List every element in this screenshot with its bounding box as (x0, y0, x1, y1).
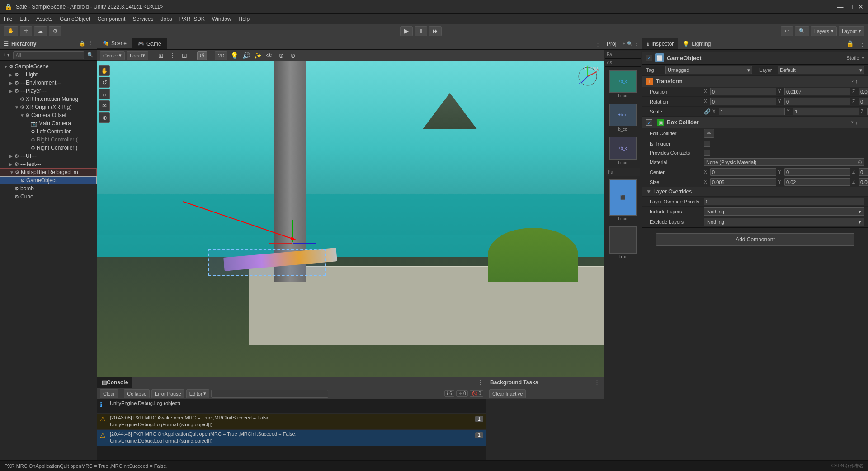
fps-tool-btn[interactable]: 👁 (99, 100, 110, 111)
console-editor-btn[interactable]: Editor ▾ (186, 389, 209, 398)
hierarchy-item-right-controller1[interactable]: ⚙ Right Controller ( (0, 136, 97, 144)
layer-overrides-header[interactable]: ▼ Layer Overrides (642, 187, 868, 197)
local-global-dropdown[interactable]: Local ▾ (127, 51, 148, 60)
play-button[interactable]: ▶ (400, 26, 413, 36)
align-btn[interactable]: ⊡ (179, 51, 189, 60)
proj-add-icon[interactable]: + (623, 41, 625, 46)
collider-active-checkbox[interactable] (646, 119, 652, 126)
audio-toggle[interactable]: 🔊 (241, 51, 251, 60)
orbit-tool-btn[interactable]: ↺ (99, 77, 110, 88)
extra-tool-btn[interactable]: ⊕ (99, 112, 110, 123)
search-scene-btn[interactable]: ⊙ (288, 51, 298, 60)
step-button[interactable]: ⏭ (429, 26, 442, 36)
asset-item-0[interactable]: +b_c b_co (607, 69, 638, 99)
material-select-icon[interactable]: ⊙ (858, 159, 862, 165)
menu-jobs[interactable]: Jobs (160, 16, 172, 22)
hierarchy-item-bomb[interactable]: ⚙ bomb (0, 184, 97, 193)
include-layers-dropdown[interactable]: Nothing ▾ (704, 207, 864, 216)
hierarchy-item-cube[interactable]: ⚙ Cube (0, 193, 97, 201)
tab-console[interactable]: ▤ Console (97, 377, 132, 388)
rot-y-input[interactable] (784, 98, 850, 105)
hierarchy-search-input[interactable] (13, 51, 84, 59)
hierarchy-item-right-controller2[interactable]: ⚙ Right Controller ( (0, 144, 97, 152)
toolbar-cloud-btn[interactable]: ☁ (34, 26, 47, 36)
console-clear-btn[interactable]: Clear (100, 389, 118, 398)
collider-menu-btn[interactable]: ⋮ (859, 120, 864, 126)
occlusion-toggle[interactable]: 👁 (264, 51, 274, 60)
collider-preset-btn[interactable]: ↕ (855, 120, 858, 126)
console-entry-1[interactable]: ⚠ [20:43:08] PXR MRC Awake openMRC = Tru… (97, 414, 486, 430)
sz-x-input[interactable] (710, 178, 776, 186)
inspector-lock-icon[interactable]: 🔒 (844, 38, 857, 49)
hierarchy-add-btn[interactable]: + ▾ (2, 52, 11, 58)
hierarchy-item-gameobject[interactable]: ⚙ GameObject (0, 176, 97, 184)
menu-assets[interactable]: Assets (36, 16, 52, 22)
scale-link-icon[interactable]: 🔗 (704, 108, 711, 115)
sz-z-input[interactable] (859, 178, 868, 186)
exclude-layers-dropdown[interactable]: Nothing ▾ (704, 218, 864, 226)
rotate-btn[interactable]: ↺ (197, 51, 207, 60)
rot-z-input[interactable] (859, 98, 868, 105)
menu-services[interactable]: Services (132, 16, 153, 22)
menu-file[interactable]: File (4, 16, 12, 22)
maximize-btn[interactable]: □ (849, 3, 853, 10)
hierarchy-item-main-camera[interactable]: 📷 Main Camera (0, 119, 97, 127)
hierarchy-item-test[interactable]: ▶ ⚙ ---Test--- (0, 160, 97, 168)
transform-preset-btn[interactable]: ↕ (855, 79, 858, 85)
menu-pxr-sdk[interactable]: PXR_SDK (179, 16, 205, 22)
console-menu-icon[interactable]: ⋮ (475, 377, 486, 388)
tab-scene[interactable]: 🎭 Scene (97, 38, 132, 49)
console-entry-2[interactable]: ⚠ [20:44:46] PXR MRC OnApplicationQuit o… (97, 430, 486, 446)
pos-y-input[interactable] (784, 88, 850, 95)
tab-game[interactable]: 🎮 Game (132, 38, 167, 49)
menu-gameobject[interactable]: GameObject (60, 16, 90, 22)
hierarchy-item-left-controller[interactable]: ⚙ Left Controller (0, 127, 97, 136)
hierarchy-item-xr-origin[interactable]: ▼ ⚙ XR Origin (XR Rig) (0, 103, 97, 111)
asset-item-4[interactable]: b_c (607, 226, 638, 260)
undo-btn[interactable]: ↩ (781, 26, 793, 36)
scene-view[interactable]: ✋ ↺ ⌕ 👁 ⊕ Persp X Y Z (97, 61, 604, 377)
ctr-x-input[interactable] (710, 168, 776, 176)
ctr-z-input[interactable] (859, 168, 868, 176)
search-btn[interactable]: 🔍 (795, 26, 809, 36)
add-component-button[interactable]: Add Component (656, 233, 854, 246)
tag-dropdown[interactable]: Untagged ▾ (665, 66, 752, 74)
proj-search-icon[interactable]: 🔍 (627, 41, 632, 46)
clear-inactive-btn[interactable]: Clear Inactive (489, 389, 526, 398)
toolbar-move-btn[interactable]: ✛ (20, 26, 32, 36)
hierarchy-search-btn[interactable]: 🔍 (86, 52, 95, 58)
scl-x-input[interactable] (719, 108, 785, 115)
hierarchy-item-samplescene[interactable]: ▼ ⚙ SampleScene (0, 62, 97, 71)
edit-collider-btn[interactable]: ✏ (704, 129, 714, 138)
menu-help[interactable]: Help (239, 16, 250, 22)
is-trigger-checkbox[interactable] (704, 141, 710, 147)
hierarchy-menu-icon[interactable]: ⋮ (88, 41, 93, 47)
hierarchy-item-camera-offset[interactable]: ▼ ⚙ Camera Offset (0, 111, 97, 119)
menu-edit[interactable]: Edit (19, 16, 29, 22)
close-btn[interactable]: ✕ (858, 3, 863, 10)
console-collapse-btn[interactable]: Collapse (124, 389, 150, 398)
hierarchy-item-ui[interactable]: ▶ ⚙ ---UI--- (0, 152, 97, 160)
title-bar-controls[interactable]: — □ ✕ (837, 3, 863, 10)
asset-item-1[interactable]: +b_c b_co (607, 103, 638, 132)
inspector-menu-icon[interactable]: ⋮ (857, 38, 868, 49)
toolbar-transform-btn[interactable]: ✋ (4, 26, 18, 36)
center-pivot-dropdown[interactable]: Center ▾ (100, 51, 125, 60)
hierarchy-item-mistsplitter[interactable]: ▼ ⚙ Mistsplitter Reforged_m (0, 168, 97, 176)
layers-dropdown[interactable]: Layers ▾ (811, 26, 837, 36)
console-search-input[interactable] (211, 390, 328, 398)
console-error-pause-btn[interactable]: Error Pause (151, 389, 184, 398)
box-collider-header[interactable]: ▣ Box Collider ? ↕ ⋮ (642, 117, 868, 128)
toolbar-settings-btn[interactable]: ⚙ (49, 26, 61, 36)
gizmos-btn[interactable]: ⊕ (276, 51, 286, 60)
sz-y-input[interactable] (784, 178, 850, 186)
hierarchy-item-player[interactable]: ▶ ⚙ ---Player--- (0, 87, 97, 95)
minimize-btn[interactable]: — (837, 3, 844, 10)
provides-contacts-checkbox[interactable] (704, 150, 710, 156)
rot-x-input[interactable] (710, 98, 776, 105)
2d-toggle[interactable]: 2D (215, 51, 227, 60)
scl-y-input[interactable] (793, 108, 859, 115)
effects-toggle[interactable]: ✨ (253, 51, 263, 60)
asset-item-3[interactable]: ⬛ b_co (607, 179, 638, 222)
transform-header[interactable]: T Transform ? ↕ ⋮ (642, 76, 868, 87)
